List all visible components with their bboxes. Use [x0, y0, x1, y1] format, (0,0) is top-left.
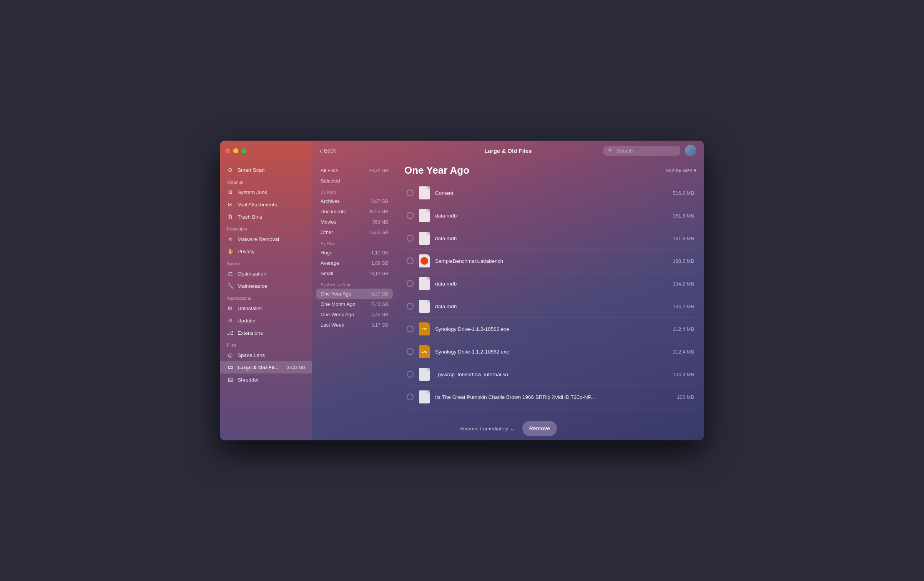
table-row[interactable]: EXE Synology Drive-1.1.2-10562.exe 112,4…: [404, 318, 696, 340]
back-arrow-icon: ‹: [320, 147, 322, 155]
file-select-radio[interactable]: [407, 303, 414, 310]
table-row[interactable]: data.mdb 134,2 MB: [404, 295, 696, 318]
filter-all-files[interactable]: All Files 20,32 GB: [312, 165, 397, 176]
chevron-down-icon: ⌄: [510, 425, 515, 432]
sidebar-item-space-lens[interactable]: ◎ Space Lens: [220, 349, 312, 361]
space-lens-icon: ◎: [227, 352, 234, 359]
filter-label: One Year Ago: [321, 291, 351, 297]
file-select-radio[interactable]: [407, 325, 414, 332]
sidebar-item-extensions[interactable]: ⎇ Extensions: [220, 327, 312, 339]
sidebar-item-uninstaller[interactable]: ⊠ Uninstaller: [220, 302, 312, 314]
user-avatar-button[interactable]: [685, 145, 696, 156]
table-row[interactable]: SampleBenchmark.attabench 160,2 MB: [404, 250, 696, 272]
filter-label: Other: [321, 229, 333, 235]
sidebar-item-label: Shredder: [238, 377, 259, 383]
back-button[interactable]: ‹ Back: [320, 147, 336, 155]
file-select-radio[interactable]: [407, 371, 414, 378]
file-select-radio[interactable]: [407, 280, 414, 287]
file-name: data.mdb: [435, 281, 668, 287]
file-name: Its The Great Pumpkin Charlie Brown 1966…: [435, 394, 672, 400]
sidebar: ⊙ Smart Scan Cleanup ⚙ System Junk ✉ Mai…: [220, 141, 312, 440]
file-name: data.mdb: [435, 304, 668, 309]
sort-button[interactable]: Sort by Size ▾: [665, 168, 696, 173]
file-name: SampleBenchmark.attabench: [435, 258, 668, 264]
sidebar-item-malware-removal[interactable]: ☣ Malware Removal: [220, 233, 312, 245]
sidebar-item-large-old-files[interactable]: 🗂 Large & Old Fil... 20,32 GB: [220, 361, 312, 374]
file-select-radio[interactable]: [407, 235, 414, 242]
sidebar-item-privacy[interactable]: ✋ Privacy: [220, 245, 312, 257]
file-select-radio[interactable]: [407, 212, 414, 219]
filter-size: 257,5 MB: [369, 209, 388, 214]
table-row[interactable]: EXE Synology Drive-1.1.2-10562.exe 112,4…: [404, 340, 696, 363]
filter-label: One Month Ago: [321, 301, 355, 307]
file-name: data.mdb: [435, 213, 668, 219]
table-row[interactable]: _pywrap_tensorflow_internal.so 104,9 MB: [404, 363, 696, 386]
file-select-radio[interactable]: [407, 257, 414, 264]
malware-icon: ☣: [227, 236, 234, 242]
filter-size: 7,43 GB: [371, 302, 388, 307]
table-row[interactable]: data.mdb 161,8 MB: [404, 204, 696, 227]
filter-huge[interactable]: Huge 1,11 GB: [312, 247, 397, 258]
filter-one-year-ago[interactable]: One Year Ago 5,27 GB: [316, 289, 393, 299]
file-name: Content: [435, 190, 668, 196]
table-row[interactable]: Content 516,6 MB: [404, 182, 696, 204]
filter-size: 3,17 GB: [371, 322, 388, 328]
table-row[interactable]: Its The Great Pumpkin Charlie Brown 1966…: [404, 386, 696, 408]
file-select-radio[interactable]: [407, 348, 414, 355]
filter-other[interactable]: Other 16,62 GB: [312, 227, 397, 237]
sidebar-item-trash-bins[interactable]: 🗑 Trash Bins: [220, 211, 312, 223]
filter-selected[interactable]: Selected: [312, 176, 397, 186]
file-select-radio[interactable]: [407, 393, 414, 400]
extensions-icon: ⎇: [227, 329, 234, 336]
sidebar-item-label: Large & Old Fil...: [238, 365, 279, 370]
file-icon: [418, 231, 430, 246]
filter-one-month-ago[interactable]: One Month Ago 7,43 GB: [312, 299, 397, 309]
sidebar-item-label: System Junk: [238, 189, 267, 195]
filter-small[interactable]: Small 18,12 GB: [312, 268, 397, 279]
search-input[interactable]: [617, 148, 676, 154]
maximize-button[interactable]: [241, 148, 246, 153]
filter-documents[interactable]: Documents 257,5 MB: [312, 206, 397, 217]
main-header: ‹ Back Large & Old Files 🔍: [312, 141, 704, 161]
filter-movies[interactable]: Movies 768 MB: [312, 217, 397, 227]
filter-last-week[interactable]: Last Week 3,17 GB: [312, 320, 397, 330]
search-icon: 🔍: [608, 148, 614, 154]
app-window: ⊙ Smart Scan Cleanup ⚙ System Junk ✉ Mai…: [220, 141, 704, 440]
close-button[interactable]: [225, 148, 230, 153]
file-icon: [418, 367, 430, 382]
sidebar-item-smart-scan[interactable]: ⊙ Smart Scan: [220, 164, 312, 176]
search-bar[interactable]: 🔍: [603, 146, 680, 156]
table-row[interactable]: data.mdb 161,8 MB: [404, 227, 696, 250]
shredder-icon: ▤: [227, 376, 234, 383]
sidebar-item-updater[interactable]: ↺ Updater: [220, 314, 312, 327]
remove-immediately-button[interactable]: Remove Immediately ⌄: [459, 425, 515, 432]
filter-label: One Week Ago: [321, 312, 354, 317]
sidebar-item-maintenance[interactable]: 🔧 Maintenance: [220, 280, 312, 292]
filter-label: All Files: [321, 168, 338, 173]
privacy-icon: ✋: [227, 248, 234, 255]
large-files-badge: 20,32 GB: [287, 365, 305, 370]
exe-file-icon: EXE: [419, 345, 430, 358]
file-name: Synology Drive-1.1.2-10562.exe: [435, 326, 668, 332]
filter-one-week-ago[interactable]: One Week Ago 4,45 GB: [312, 309, 397, 320]
minimize-button[interactable]: [233, 148, 238, 153]
remove-button[interactable]: Remove: [522, 421, 557, 436]
file-name: _pywrap_tensorflow_internal.so: [435, 372, 668, 377]
sidebar-item-optimization[interactable]: ⚖ Optimization: [220, 267, 312, 280]
filter-size: 5,27 GB: [371, 291, 388, 297]
table-row[interactable]: data.mdb 134,2 MB: [404, 272, 696, 295]
by-size-section: By Size: [312, 237, 397, 247]
filter-size: 20,32 GB: [369, 168, 388, 173]
sidebar-item-mail-attachments[interactable]: ✉ Mail Attachments: [220, 198, 312, 211]
bench-file-icon: [419, 254, 430, 267]
file-size: 134,2 MB: [673, 304, 694, 309]
files-section-label: Files: [220, 339, 312, 349]
file-select-radio[interactable]: [407, 189, 414, 196]
filter-average[interactable]: Average 1,09 GB: [312, 258, 397, 268]
filter-label: Small: [321, 271, 333, 276]
sidebar-item-system-junk[interactable]: ⚙ System Junk: [220, 186, 312, 198]
file-size: 161,8 MB: [673, 236, 694, 241]
filter-archives[interactable]: Archives 2,67 GB: [312, 196, 397, 206]
sidebar-item-shredder[interactable]: ▤ Shredder: [220, 374, 312, 386]
file-size: 161,8 MB: [673, 213, 694, 219]
